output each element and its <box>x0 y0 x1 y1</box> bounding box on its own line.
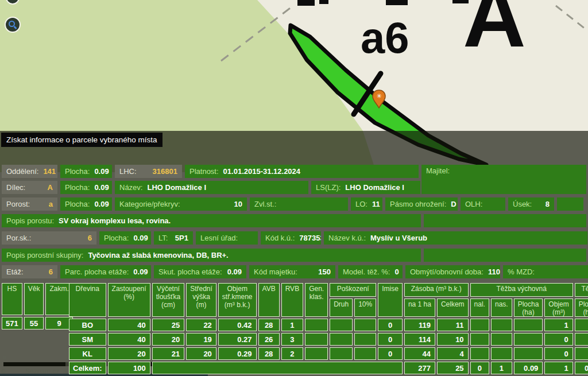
column-header: HS <box>2 283 22 315</box>
table-cell: 40 <box>108 333 150 346</box>
table-cell: 0 <box>544 333 572 346</box>
table-cell: 0 <box>378 347 403 360</box>
field-plocha-porsk: Plocha:0.09 <box>99 231 151 245</box>
field-lo: LO:11 <box>351 197 382 211</box>
table-cell: 0.09 <box>514 362 543 374</box>
table-cell: 22 <box>186 319 216 331</box>
field-kod-ku: Kód k.ú.:787353 <box>261 231 321 245</box>
table-cell: 44 <box>404 347 435 360</box>
empty-cell <box>557 197 583 211</box>
column-header: Objemstř.kmene(m³ b.k.) <box>218 283 257 317</box>
table-cell: 0 <box>378 319 403 331</box>
table-cell <box>305 333 328 346</box>
search-button[interactable] <box>5 17 21 33</box>
field-pasmo: Pásmo ohrožení:D <box>385 197 458 211</box>
column-header: Střednívýška(m) <box>186 283 216 317</box>
table-cell <box>354 319 376 331</box>
field-porost: Porost:a <box>2 197 57 211</box>
table-cell: 4 <box>437 347 469 360</box>
column-header: Plocha(ha) <box>514 299 543 317</box>
table-cell: 0.00 <box>575 362 588 374</box>
column-header: Dřevina <box>69 283 106 317</box>
table-cell: 20 <box>108 347 150 360</box>
table-cell <box>470 347 489 360</box>
table-cell <box>491 319 512 331</box>
table-cell <box>354 333 376 346</box>
empty-cell <box>424 214 586 227</box>
field-lt: LT:5P1 <box>154 231 193 245</box>
table-cell: 114 <box>404 333 435 346</box>
table-cell: 20 <box>152 333 185 346</box>
stand-summary-table: HSVěkZakm.571559 <box>0 281 75 331</box>
field-nazev: Název:LHO Domažlice I <box>115 181 308 194</box>
field-skut-plocha: Skut. plocha etáže:0.09 <box>154 265 246 278</box>
table-cell <box>330 347 353 360</box>
column-header: 10% <box>354 299 376 317</box>
empty-cell <box>424 249 586 262</box>
field-obmyti: Obmýtí/obnovní doba:110/40 <box>405 265 500 278</box>
table-cell: 277 <box>404 362 435 374</box>
table-cell: KL <box>69 347 106 360</box>
field-zvlst: Zvl.st.: <box>250 197 348 211</box>
field-kod-majetku: Kód majetku:150 <box>249 265 335 278</box>
field-usek: Úsek:8 <box>508 197 554 211</box>
table-cell: 26 <box>258 333 280 346</box>
field-plocha-dilec: Plocha:0.09 <box>60 181 112 194</box>
search-icon <box>9 21 17 29</box>
table-cell <box>514 347 543 360</box>
field-dilec: Dílec:A <box>2 181 57 194</box>
table-cell: 20 <box>186 347 216 360</box>
field-lesni-urad: Lesní úřad: <box>196 231 258 245</box>
column-header: Zastoupení(%) <box>108 283 150 317</box>
table-cell: 10 <box>437 333 469 346</box>
table-cell: 40 <box>108 319 150 331</box>
table-cell <box>305 347 328 360</box>
table-cell <box>470 319 489 331</box>
column-header: nas. <box>491 299 512 317</box>
table-cell <box>354 347 376 360</box>
column-header: Celkem <box>437 299 469 317</box>
table-cell: 1 <box>544 362 572 374</box>
table-cell: 0 <box>544 347 572 360</box>
column-header: Věk <box>24 283 44 315</box>
field-mzd: % MZD: <box>503 265 588 278</box>
table-cell: 3 <box>281 333 303 346</box>
field-olh: OLH: <box>461 197 505 211</box>
table-cell: 25 <box>437 362 469 374</box>
table-cell: 100 <box>108 362 150 374</box>
table-cell <box>305 319 328 331</box>
table-row: SM4020190.2726301141000 <box>69 333 588 346</box>
column-header: Objem(m³) <box>544 299 572 317</box>
totals-label: Celkem: <box>69 362 106 374</box>
column-header: Gen.klas. <box>305 283 328 317</box>
column-header: Těžba výchovná <box>470 283 573 297</box>
column-header: RVB <box>281 283 303 317</box>
table-cell: 28 <box>258 319 280 331</box>
tooltip: Získat informace o parcele vybraného mís… <box>1 133 163 147</box>
table-row: KL2021200.29282044400 <box>69 347 588 360</box>
column-header: Výčetnítloušťka(cm) <box>152 283 185 317</box>
table-cell <box>514 333 543 346</box>
table-cell: 119 <box>404 319 435 331</box>
table-cell <box>470 333 489 346</box>
field-popis-porostu: Popis porostu:SV okraj komplexu lesa, ro… <box>2 214 421 227</box>
app-window: ✳ a6 A 0 12 24 © Seznam.cz, a.s. 2022 Zí… <box>0 0 588 376</box>
table-cell: 1 <box>544 319 572 331</box>
field-lslz: LS(LZ):LHO Domažlice I <box>311 181 420 194</box>
table-cell: SM <box>69 333 106 346</box>
field-popis-skupiny: Popis porostní skupiny:Tyčovina až slabá… <box>2 249 421 262</box>
table-cell: 0.27 <box>218 333 257 346</box>
map-label-fragment <box>386 0 408 5</box>
field-majitel: Majitel: <box>421 165 586 194</box>
species-detail-table: DřevinaZastoupení(%)Výčetnítloušťka(cm)S… <box>67 281 588 376</box>
table-cell: 55 <box>24 317 44 330</box>
table-cell: 2 <box>281 347 303 360</box>
table-row: BO4025220.4228101191110 <box>69 319 588 331</box>
parcel-label: a6 <box>361 15 409 61</box>
table-cell <box>491 333 512 346</box>
field-nazev-ku: Název k.ú.:Myslív u Všerub <box>324 231 587 245</box>
table-cell: 28 <box>258 347 280 360</box>
column-header: Zásoba (m³ b.k.) <box>404 283 469 297</box>
table-cell <box>575 333 588 346</box>
field-platnost: Platnost:01.01.2015-31.12.2024 <box>185 165 419 178</box>
